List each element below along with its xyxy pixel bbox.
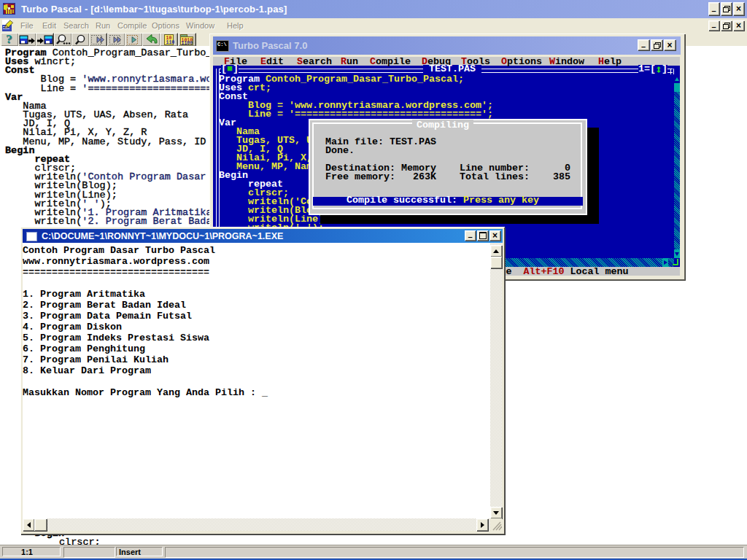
svg-text:110: 110 [166,40,175,45]
svg-text:1100: 1100 [182,41,193,46]
